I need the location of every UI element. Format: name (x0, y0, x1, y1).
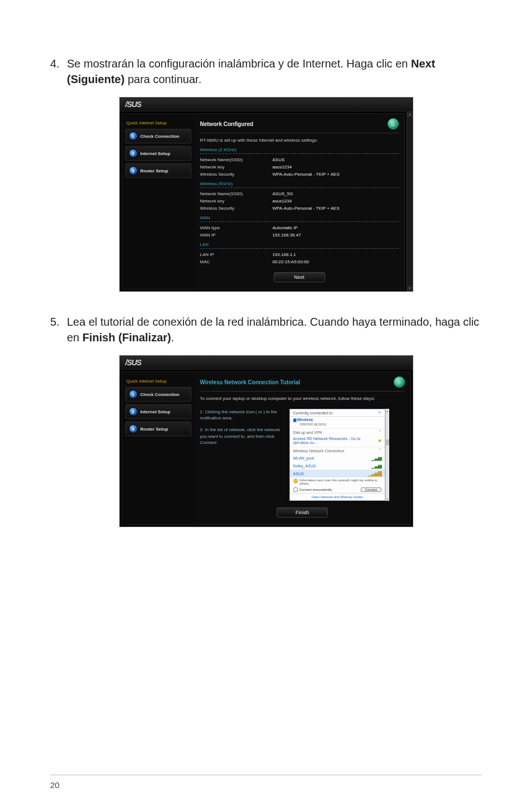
panel-intro: To connect your laptop or desktop comput… (200, 396, 405, 401)
sidebar-item-label: Internet Setup (141, 409, 171, 414)
section-lan: LAN (200, 242, 399, 249)
home-icon[interactable]: ⌂ (388, 118, 399, 129)
signal-icon: ▁▃▅ (371, 463, 381, 468)
sidebar-title: Quick Intetnet Setup (125, 375, 191, 387)
step-badge-1-icon: 1 (129, 132, 138, 141)
main-panel: Network Configured ⌂ RT-N66U is set up w… (195, 114, 404, 289)
vpn-entry[interactable]: Access RD Network Resources - Go to vpn.… (293, 437, 378, 445)
warning-icon (293, 479, 298, 484)
scroll-down-icon[interactable]: ▾ (407, 286, 413, 291)
kv-row: Network Name(SSID)ASUS (200, 156, 399, 163)
step-badge-1-icon: 1 (129, 390, 138, 399)
brand-logo: /SUS (120, 98, 413, 112)
screenshot-connection-tutorial: /SUS Quick Intetnet Setup 1 Check Connec… (119, 355, 413, 527)
next-button[interactable]: Next (274, 272, 325, 282)
step-badge-2-icon: 2 (129, 149, 138, 158)
sidebar-item-label: Router Setup (141, 168, 168, 173)
sidebar-item-internet-setup[interactable]: 2 Internet Setup (125, 146, 191, 161)
signal-icon: ▁▃▅ (371, 455, 381, 461)
sidebar-title: Quick Intetnet Setup (125, 117, 191, 129)
refresh-icon[interactable]: ↻ (378, 410, 381, 415)
open-network-center-link[interactable]: Open Network and Sharing Center (290, 493, 385, 500)
step-4-text: Se mostrarán la configuración inalámbric… (67, 56, 482, 87)
brand-logo: /SUS (120, 356, 413, 370)
sidebar-item-label: Router Setup (141, 427, 168, 432)
sidebar-item-label: Internet Setup (141, 151, 171, 156)
step-badge-3-icon: 3 (129, 424, 138, 433)
sidebar-item-check-connection[interactable]: 1 Check Connection (125, 387, 191, 402)
kv-row: Network keyasus1234 (200, 163, 399, 171)
step-5-number: 5. (50, 314, 67, 345)
popup-currently-label: Currently connected to: (293, 411, 333, 415)
sidebar-item-check-connection[interactable]: 1 Check Connection (125, 129, 191, 143)
panel-title: Network Configured (200, 121, 254, 127)
popup-connection-sub: Internet access (293, 422, 326, 426)
sidebar: Quick Intetnet Setup 1 Check Connection … (122, 114, 195, 289)
step-4-number: 4. (50, 56, 67, 87)
vpn-icon: ◉ (378, 438, 381, 443)
step-badge-2-icon: 2 (129, 407, 138, 416)
sidebar: Quick Intetnet Setup 1 Check Connection … (122, 372, 195, 524)
chevron-up-icon[interactable]: ˄ (379, 430, 381, 434)
connect-auto-checkbox[interactable]: Connect automatically (293, 487, 332, 492)
step-4: 4. Se mostrarán la configuración inalámb… (50, 56, 482, 87)
popup-warning: Information sent over this network might… (290, 477, 385, 486)
network-entry[interactable]: WLAN_pool (293, 456, 314, 460)
sidebar-item-label: Check Connection (141, 392, 180, 397)
section-wan: WAN (200, 215, 399, 222)
section-wireless-5: Wireless (5GHz) (200, 181, 399, 188)
scroll-up-icon[interactable]: ▴ (386, 409, 389, 413)
popup-dialup-label: Dial-up and VPN (293, 431, 322, 434)
step-badge-3-icon: 3 (129, 166, 138, 175)
kv-row: Network keyasus1234 (200, 197, 399, 205)
step-5-text: Lea el tutorial de conexión de la red in… (67, 314, 482, 345)
scroll-thumb[interactable] (386, 439, 389, 445)
network-entry[interactable]: Dolby_ASUS (293, 464, 316, 468)
scroll-down-icon[interactable]: ▾ (386, 497, 389, 501)
scroll-up-icon[interactable]: ▴ (407, 112, 413, 117)
kv-row: WAN IP192.168.39.47 (200, 231, 399, 239)
main-panel: Wireless Network Connection Tutorial ⌂ T… (195, 372, 410, 524)
kv-row: MAC00:22:15:A5:03:00 (200, 258, 399, 265)
scrollbar[interactable]: ▴ ▾ (407, 112, 413, 291)
connect-button[interactable]: Connect (361, 487, 381, 492)
chevron-up-icon[interactable]: ˄ (379, 448, 381, 453)
kv-row: Network Name(SSID)ASUS_5G (200, 190, 399, 197)
home-icon[interactable]: ⌂ (394, 376, 405, 388)
section-wireless-24: Wireless (2.4GHz) (200, 147, 399, 154)
sidebar-item-label: Check Connection (141, 134, 180, 139)
popup-scrollbar[interactable]: ▴ ▾ (385, 409, 389, 501)
kv-row: WAN typeAutomatic IP (200, 224, 399, 231)
screenshot-network-configured: /SUS Quick Intetnet Setup 1 Check Connec… (119, 97, 413, 292)
panel-intro: RT-N66U is set up with these Internet an… (200, 138, 399, 143)
signal-icon: ▁▃▅▇ (368, 471, 381, 476)
finish-button[interactable]: Finish (277, 508, 328, 518)
kv-row: LAN IP192.168.1.1 (200, 251, 399, 258)
step-5: 5. Lea el tutorial de conexión de la red… (50, 314, 482, 345)
panel-title: Wireless Network Connection Tutorial (200, 379, 301, 385)
kv-row: Wireless SecurityWPA-Auto-Personal - TKI… (200, 205, 399, 212)
popup-connection-name: Wireless (297, 418, 313, 422)
sidebar-item-internet-setup[interactable]: 2 Internet Setup (125, 404, 191, 419)
footer-divider (50, 775, 482, 775)
sidebar-item-router-setup[interactable]: 3 Router Setup (125, 163, 191, 178)
page-number: 20 (50, 780, 60, 790)
tutorial-steps-text: 1. Clicking the network icon ( or ) in t… (200, 409, 284, 501)
sidebar-item-router-setup[interactable]: 3 Router Setup (125, 422, 191, 436)
network-entry-selected[interactable]: ASUS (293, 472, 304, 476)
popup-wnc-label: Wireless Network Connection (293, 449, 345, 453)
kv-row: Wireless SecurityWPA-Auto-Personal - TKI… (200, 171, 399, 178)
windows-network-popup: Currently connected to: ↻ ▆ Wireless Int… (289, 409, 385, 501)
